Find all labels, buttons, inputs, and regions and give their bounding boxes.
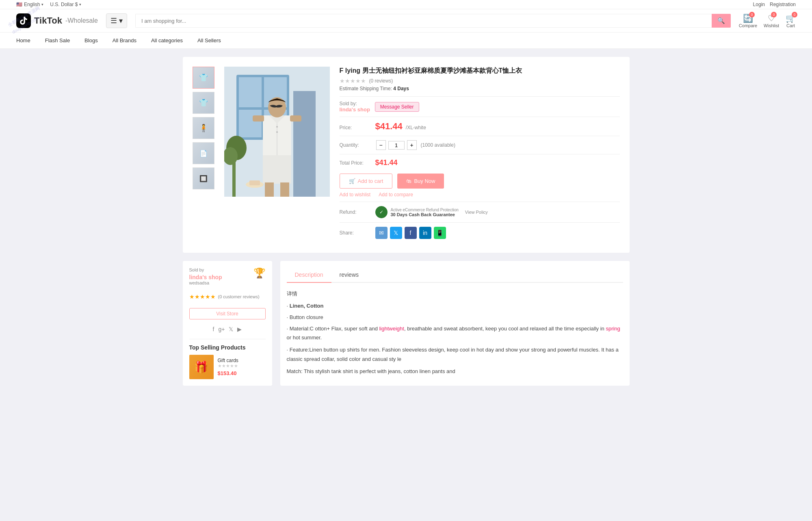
buy-icon: 🛍 <box>406 178 411 184</box>
top-bar: 🇺🇸 English ▾ U.S. Dollar $ ▾ Login Regis… <box>0 0 812 9</box>
svg-rect-5 <box>239 110 262 137</box>
share-whatsapp-icon[interactable]: 📱 <box>434 227 446 239</box>
svg-rect-3 <box>239 77 262 107</box>
language-selector[interactable]: 🇺🇸 English ▾ <box>16 2 43 7</box>
search-input[interactable] <box>135 14 712 28</box>
logo-suffix: -Wholesale <box>65 17 98 24</box>
login-link[interactable]: Login <box>753 2 765 7</box>
facebook-social-icon[interactable]: f <box>213 326 214 332</box>
language-label: English <box>24 2 40 7</box>
thumbnail-2[interactable]: 👕 <box>193 92 214 114</box>
cart-badge: 0 <box>792 12 797 17</box>
nav-flash-sale[interactable]: Flash Sale <box>45 33 70 48</box>
desc-bullet-2: · Button closure <box>287 313 623 322</box>
search-bar: 🔍 <box>135 14 731 28</box>
nav-all-sellers[interactable]: All Sellers <box>197 33 221 48</box>
nav-blogs[interactable]: Blogs <box>84 33 98 48</box>
tab-reviews[interactable]: reviews <box>331 267 367 282</box>
sidebar-seller-name[interactable]: linda's shop <box>189 274 222 280</box>
seller-rating: ★★★★★ (0 customer reviews) <box>189 293 266 300</box>
compare-label: Compare <box>739 23 757 28</box>
main-content: 👕 👕 🧍 📄 🔲 <box>175 57 638 386</box>
share-facebook-icon[interactable]: f <box>405 227 417 239</box>
top-product-name: Gift cards <box>218 358 238 363</box>
seller-info: Sold by linda's shop wedsadsa <box>189 267 222 289</box>
buy-now-button[interactable]: 🛍 Buy Now <box>397 174 444 189</box>
logo[interactable]: TikTok -Wholesale <box>16 13 98 28</box>
wishlist-action[interactable]: ♡ 0 Wishlist <box>764 13 779 28</box>
add-to-wishlist-button[interactable]: Add to wishlist <box>340 192 371 198</box>
share-twitter-icon[interactable]: 𝕏 <box>390 227 402 239</box>
secondary-actions: Add to wishlist Add to compare <box>340 192 620 198</box>
svg-rect-7 <box>293 91 316 197</box>
quantity-increase-button[interactable]: + <box>407 140 417 150</box>
price-variant: /XL-white <box>406 125 426 130</box>
google-social-icon[interactable]: g+ <box>218 326 225 332</box>
share-linkedin-icon[interactable]: in <box>419 227 431 239</box>
product-info: F lying 男士无袖纽扣衬衫亚麻棉质夏季沙滩基本款背心T恤上衣 ★★★★★ … <box>340 67 620 243</box>
highlight-lightweight: lightweight <box>379 326 404 332</box>
tab-description[interactable]: Description <box>287 267 331 283</box>
refund-badge: ✓ <box>375 206 388 218</box>
thumbnail-3[interactable]: 🧍 <box>193 117 214 139</box>
registration-link[interactable]: Registration <box>770 2 796 7</box>
product-stars: ★★★★★ <box>340 78 366 84</box>
seller-reviews-count: (0 customer reviews) <box>218 294 260 299</box>
tabs-section: Description reviews 详情 · Linen, Cotton ·… <box>280 261 630 386</box>
top-product-image: 🎁 <box>189 355 214 379</box>
top-product-stars: ★★★★★ <box>218 363 238 369</box>
share-row: Share: ✉ 𝕏 f in 📱 <box>340 227 620 239</box>
navigation: Home Flash Sale Blogs All Brands All cat… <box>0 33 812 49</box>
quantity-label: Quantity: <box>340 142 372 148</box>
desc-bullet-5: Match: This stylish tank shirt is perfec… <box>287 367 623 376</box>
nav-all-categories[interactable]: All categories <box>151 33 183 48</box>
price-value: $41.44 <box>375 121 403 132</box>
description-section-title: 详情 <box>287 289 623 298</box>
total-value: $41.44 <box>375 158 398 167</box>
svg-rect-16 <box>253 115 264 122</box>
cart-label: Cart <box>786 23 795 28</box>
top-product-price: $153.40 <box>218 370 238 376</box>
quantity-decrease-button[interactable]: − <box>376 140 386 150</box>
flag-icon: 🇺🇸 <box>16 2 22 7</box>
refund-text-line2: 30 Days Cash Back Guarantee <box>391 212 459 217</box>
compare-action[interactable]: 🔄 0 Compare <box>739 13 757 28</box>
view-policy-link[interactable]: View Policy <box>465 210 488 215</box>
wishlist-badge: 0 <box>771 12 777 17</box>
compare-badge: 0 <box>749 12 755 17</box>
cart-action[interactable]: 🛒 0 Cart <box>786 13 796 28</box>
top-bar-left: 🇺🇸 English ▾ U.S. Dollar $ ▾ <box>16 2 81 7</box>
add-to-cart-button[interactable]: 🛒 Add to cart <box>340 174 393 189</box>
search-button[interactable]: 🔍 <box>712 14 731 28</box>
bottom-section: Sold by linda's shop wedsadsa 🏆 ★★★★★ (0… <box>183 261 630 386</box>
logo-text: TikTok <box>34 15 62 26</box>
nav-all-brands[interactable]: All Brands <box>113 33 136 48</box>
share-email-icon[interactable]: ✉ <box>375 227 388 239</box>
currency-selector[interactable]: U.S. Dollar $ ▾ <box>50 2 81 7</box>
thumbnail-5[interactable]: 🔲 <box>193 167 214 189</box>
top-product-item[interactable]: 🎁 Gift cards ★★★★★ $153.40 <box>189 355 266 379</box>
wishlist-label: Wishlist <box>764 23 779 28</box>
seller-sidebar: Sold by linda's shop wedsadsa 🏆 ★★★★★ (0… <box>183 261 272 386</box>
product-card: 👕 👕 🧍 📄 🔲 <box>183 57 630 253</box>
thumbnail-4[interactable]: 📄 <box>193 142 214 164</box>
svg-rect-19 <box>265 182 274 197</box>
refund-row: Refund: ✓ Active eCommerce Refund Protec… <box>340 206 620 218</box>
seller-header: Sold by linda's shop wedsadsa 🏆 <box>189 267 266 289</box>
header: TikTok -Wholesale ☰ ▾ 🔍 🔄 0 Compare ♡ 0 … <box>0 9 812 33</box>
visit-store-button[interactable]: Visit Store <box>189 308 266 319</box>
price-label: Price: <box>340 125 372 130</box>
message-seller-button[interactable]: Message Seller <box>375 102 419 112</box>
total-row: Total Price: $41.44 <box>340 158 620 167</box>
nav-home[interactable]: Home <box>16 33 30 48</box>
thumbnail-1[interactable]: 👕 <box>193 67 214 89</box>
youtube-social-icon[interactable]: ▶ <box>237 326 242 332</box>
seller-name-link[interactable]: linda's shop <box>340 106 370 113</box>
quantity-input[interactable] <box>388 141 405 150</box>
menu-icon[interactable]: ☰ ▾ <box>106 13 127 28</box>
add-to-compare-button[interactable]: Add to compare <box>379 192 413 198</box>
refund-text-line1: Active eCommerce Refund Protection <box>391 208 459 212</box>
sold-by-text: Sold by <box>189 267 222 272</box>
twitter-social-icon[interactable]: 𝕏 <box>229 326 233 332</box>
desc-bullet-3: · Material:C otton+ Flax, super soft and… <box>287 324 623 342</box>
